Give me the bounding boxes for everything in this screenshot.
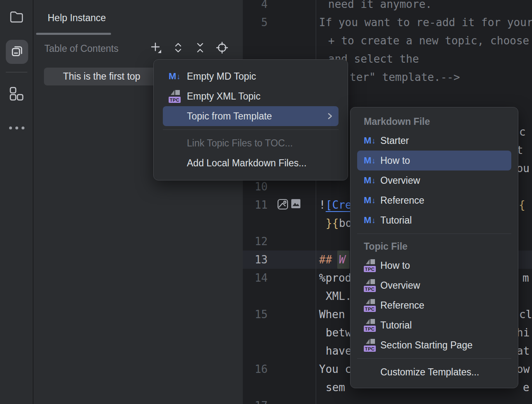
collapse-all-icon xyxy=(194,41,206,56)
menu-item-label: Tutorial xyxy=(380,320,412,331)
submenu-item-overview[interactable]: M↓Overview xyxy=(357,170,511,190)
menu-item-empty-md-topic[interactable]: M↓Empty MD Topic xyxy=(163,66,339,86)
menu-item-label: Section Starting Page xyxy=(380,340,472,351)
submenu-item-section-starting-page[interactable]: TPCSection Starting Page xyxy=(357,335,511,355)
instances-icon xyxy=(10,44,24,59)
stripe-divider xyxy=(6,72,27,73)
menu-separator xyxy=(163,129,339,130)
code-fragment: ## xyxy=(319,251,332,269)
submenu-item-reference[interactable]: TPCReference xyxy=(357,295,511,315)
panel-header: Help Instance xyxy=(34,0,243,35)
markdown-file-icon: M↓ xyxy=(364,175,380,186)
code-fragment: hi xyxy=(517,324,530,342)
project-folder-icon xyxy=(10,10,24,24)
submenu-item-how-to[interactable]: M↓How to xyxy=(357,151,511,170)
editor-line[interactable]: 5If you want to re-add it for your xyxy=(243,13,532,32)
submenu-arrow-icon xyxy=(326,112,334,121)
tab-active-underline xyxy=(36,33,111,35)
code-fragment: have xyxy=(326,342,352,360)
expand-all-icon xyxy=(172,41,184,56)
code-fragment: If you want to re-add it for your xyxy=(319,13,532,32)
locate-button[interactable] xyxy=(216,42,228,55)
menu-item-label: Reference xyxy=(380,195,424,206)
structure-tool-button[interactable] xyxy=(6,84,27,105)
code-fragment: [Cre xyxy=(326,196,352,214)
code-fragment: XML. xyxy=(326,287,352,305)
toc-item-label: This is the first top xyxy=(63,71,140,82)
line-number: 13 xyxy=(243,251,268,269)
code-fragment: ow xyxy=(517,360,530,378)
menu-item-label: Tutorial xyxy=(380,215,412,226)
code-fragment: at xyxy=(517,342,530,360)
menu-item-link-topic-files-to-toc[interactable]: Link Topic Files to TOC... xyxy=(163,133,339,153)
code-fragment: + to create a new topic, choose xyxy=(328,32,529,50)
more-tool-windows-icon xyxy=(9,127,24,129)
menu-item-label: Overview xyxy=(380,175,420,186)
plus-dropdown-icon xyxy=(150,41,162,56)
more-tool-windows-button[interactable] xyxy=(6,117,27,139)
topic-file-icon: TPC xyxy=(169,90,187,103)
menu-item-topic-from-template[interactable]: Topic from Template xyxy=(163,106,339,126)
menu-item-label: Empty XML Topic xyxy=(187,91,261,102)
code-fragment: ter" template.--> xyxy=(350,68,460,86)
line-number: 5 xyxy=(243,13,268,32)
tool-window-tab[interactable]: Help Instance xyxy=(48,12,106,24)
topic-file-icon: TPC xyxy=(364,338,380,352)
code-fragment: sem xyxy=(326,378,345,397)
collapse-all-button[interactable] xyxy=(194,42,206,55)
code-fragment: %prod xyxy=(319,269,351,287)
menu-item-label: How to xyxy=(380,260,410,271)
topic-file-icon: TPC xyxy=(364,319,380,332)
submenu-section-header-markdown-file: Markdown File xyxy=(351,112,518,131)
topic-file-icon: TPC xyxy=(364,299,380,312)
submenu-section-header-topic-file: Topic File xyxy=(351,237,518,256)
menu-item-label: How to xyxy=(380,155,410,166)
line-number: 11 xyxy=(243,196,268,214)
markdown-file-icon: M↓ xyxy=(169,71,187,82)
menu-separator xyxy=(357,234,511,234)
submenu-item-starter[interactable]: M↓Starter xyxy=(357,131,511,151)
menu-item-add-local-markdown-files[interactable]: Add Local Markdown Files... xyxy=(163,153,339,173)
locate-target-icon xyxy=(216,41,228,56)
submenu-item-reference[interactable]: M↓Reference xyxy=(357,190,511,210)
toc-title: Table of Contents xyxy=(44,43,118,54)
menu-item-label: Starter xyxy=(380,135,409,146)
menu-item-label: Overview xyxy=(380,280,420,291)
menu-item-label: Reference xyxy=(380,300,424,311)
code-fragment: }{ xyxy=(326,214,339,232)
menu-separator xyxy=(357,358,511,359)
add-topic-button[interactable] xyxy=(150,42,162,55)
menu-item-label: Add Local Markdown Files... xyxy=(187,158,307,169)
structure-icon xyxy=(10,87,24,102)
menu-item-empty-xml-topic[interactable]: TPCEmpty XML Topic xyxy=(163,86,339,106)
editor-line[interactable]: + to create a new topic, choose xyxy=(243,32,532,50)
menu-item-label: Customize Templates... xyxy=(380,367,479,378)
line-number: 17 xyxy=(243,397,268,404)
project-tool-button[interactable] xyxy=(6,7,27,28)
tool-window-stripe xyxy=(0,0,33,404)
code-fragment: e xyxy=(523,378,530,397)
markdown-file-icon: M↓ xyxy=(364,155,380,166)
topic-file-icon: TPC xyxy=(364,259,380,272)
submenu-item-overview[interactable]: TPCOverview xyxy=(357,275,511,295)
submenu-item-tutorial[interactable]: M↓Tutorial xyxy=(357,210,511,230)
toc-toolbar: Table of Contents xyxy=(34,40,243,61)
code-fragment: When xyxy=(319,305,345,324)
line-number: 16 xyxy=(243,360,268,378)
code-fragment: { xyxy=(519,196,525,214)
submenu-item-how-to[interactable]: TPCHow to xyxy=(357,256,511,275)
editor-line[interactable]: 17 xyxy=(243,397,532,404)
line-number: 4 xyxy=(243,0,268,13)
writerside-tool-button[interactable] xyxy=(6,40,28,64)
code-fragment: c xyxy=(519,123,526,141)
line-number: 14 xyxy=(243,269,268,287)
submenu-item-customize-templates[interactable]: Customize Templates... xyxy=(357,362,511,382)
line-number: 12 xyxy=(243,232,268,251)
editor-line[interactable]: 4need it anymore. xyxy=(243,0,532,13)
menu-item-label: Empty MD Topic xyxy=(187,71,256,82)
code-fragment: need it anymore. xyxy=(328,0,432,13)
expand-all-button[interactable] xyxy=(172,42,184,55)
code-fragment: m xyxy=(522,269,529,287)
menu-item-label: Topic from Template xyxy=(187,111,272,122)
submenu-item-tutorial[interactable]: TPCTutorial xyxy=(357,315,511,335)
